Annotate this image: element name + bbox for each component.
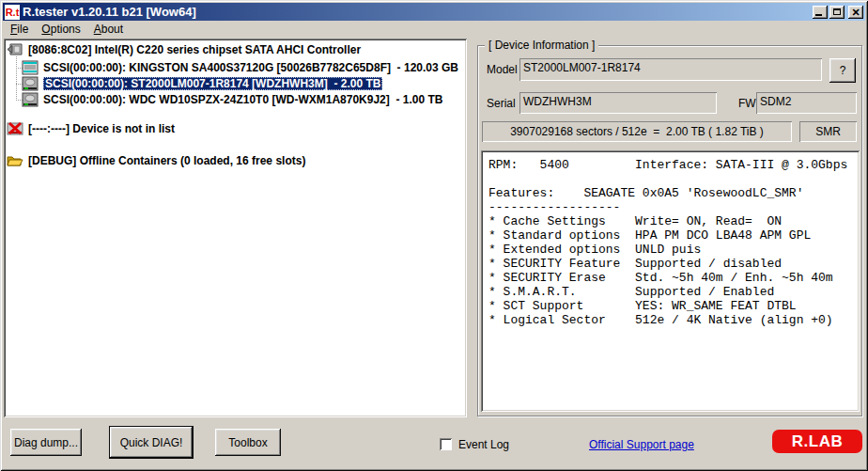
tree-item-device-seagate[interactable]: SCSI(00:00:00): ST2000LM007-1R8174 [WDZH… [7,75,464,91]
smr-badge: SMR [799,121,857,142]
minimize-button[interactable] [813,6,828,19]
window-title: R.tester v1.20.11 b21 [Wow64] [23,5,811,19]
hdd-drive-icon [22,92,39,107]
title-bar[interactable]: R.t R.tester v1.20.11 b21 [Wow64] ✕ [3,3,865,21]
official-support-link[interactable]: Official Support page [589,438,694,451]
help-button[interactable]: ? [829,58,856,83]
toolbox-button[interactable]: Toolbox [215,429,281,456]
app-icon: R.t [5,5,20,20]
quick-diag-button[interactable]: Quick DIAG! [109,426,194,459]
device-missing-red-x-icon [7,121,23,136]
maximize-button[interactable] [829,6,845,19]
tree-item-device-not-in-list[interactable]: [----:----] Device is not in list [7,120,464,136]
menu-bar: File Options About [4,22,864,39]
menu-options[interactable]: Options [35,22,86,39]
event-log-label: Event Log [458,438,509,451]
serial-label: Serial [487,97,516,110]
tree-item-label-selected: SCSI(00:00:00): ST2000LM007-1R8174 [WDZH… [43,77,382,90]
menu-about[interactable]: About [87,22,130,39]
serial-field[interactable]: WDZHWH3M [519,92,717,114]
tree-item-offline-containers[interactable]: [DEBUG] Offline Containers (0 loaded, 16… [7,152,464,168]
diag-dump-button[interactable]: Diag dump... [10,429,82,456]
event-log-checkbox[interactable] [440,438,452,450]
tree-item-label: [8086:8C02] Intel(R) C220 series chipset… [28,43,361,56]
groupbox-title: [ Device Information ] [485,39,598,52]
tree-item-label: [DEBUG] Offline Containers (0 loaded, 16… [28,154,305,167]
menu-file[interactable]: File [4,22,35,39]
tree-item-label: SCSI(00:00:00): WDC WD10SPZX-24Z10T0 [WD… [43,93,442,106]
tree-item-device-kingston[interactable]: SCSI(00:00:00): KINGSTON SA400S37120G [5… [7,59,464,75]
close-button[interactable]: ✕ [848,6,863,19]
hdd-drive-icon [22,76,39,91]
model-label: Model [487,63,518,76]
minimize-icon [815,14,822,16]
tree-item-label: SCSI(00:00:00): KINGSTON SA400S37120G [5… [43,61,458,74]
fw-label: FW [738,97,756,110]
rlab-brand-logo[interactable]: R.LAB [772,430,862,453]
device-information-group: [ Device Information ] Model ST2000LM007… [477,39,862,416]
capacity-readout: 3907029168 sectors / 512e = 2.00 TB ( 1.… [482,121,792,142]
tree-item-device-wdc[interactable]: SCSI(00:00:00): WDC WD10SPZX-24Z10T0 [WD… [7,91,464,107]
app-window: R.t R.tester v1.20.11 b21 [Wow64] ✕ File… [0,0,868,471]
device-tree: [8086:8C02] Intel(R) C220 series chipset… [4,39,467,417]
fw-field[interactable]: SDM2 [756,92,857,114]
ssd-drive-icon [22,60,39,75]
tree-item-controller[interactable]: [8086:8C02] Intel(R) C220 series chipset… [7,41,464,57]
tree-item-label: [----:----] Device is not in list [28,122,175,135]
sata-controller-icon [7,42,23,57]
maximize-icon [833,8,841,15]
device-details-text: RPM: 5400 Interface: SATA-III @ 3.0Gbps … [481,150,860,412]
model-field[interactable]: ST2000LM007-1R8174 [519,58,822,81]
close-icon: ✕ [851,8,860,17]
open-folder-icon [7,153,23,168]
